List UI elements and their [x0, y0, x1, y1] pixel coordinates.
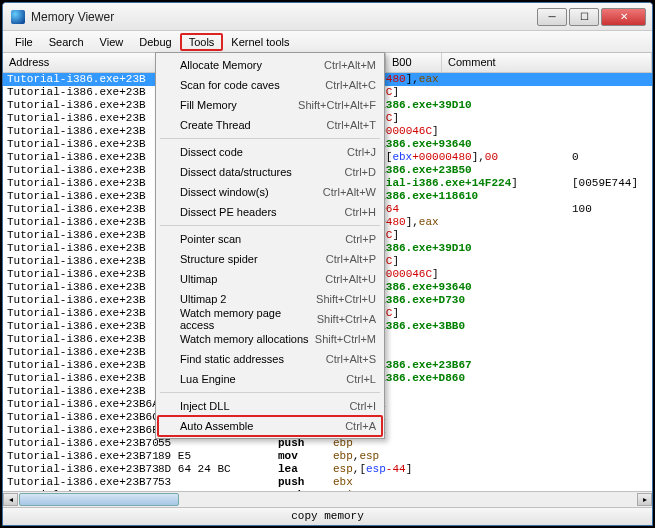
menuitem-ultimap[interactable]: UltimapCtrl+Alt+U: [158, 269, 382, 289]
menu-debug[interactable]: Debug: [131, 33, 179, 51]
comment-cell: [572, 476, 652, 489]
menu-view[interactable]: View: [92, 33, 132, 51]
comment-cell: [572, 294, 652, 307]
bytes-cell: 53: [158, 476, 278, 489]
menuitem-find-static-addresses[interactable]: Find static addressesCtrl+Alt+S: [158, 349, 382, 369]
menuitem-shortcut: Ctrl+I: [349, 400, 376, 412]
addr-cell: Tutorial-i386.exe+23B: [3, 125, 158, 138]
menuitem-label: Scan for code caves: [180, 79, 325, 91]
menuitem-shortcut: Shift+Ctrl+M: [315, 333, 376, 345]
addr-cell: Tutorial-i386.exe+23B: [3, 359, 158, 372]
comment-cell: [572, 450, 652, 463]
menuitem-ultimap-2[interactable]: Ultimap 2Shift+Ctrl+U: [158, 289, 382, 309]
operand-cell: ebx: [333, 476, 572, 489]
menuitem-shortcut: Ctrl+Alt+S: [326, 353, 376, 365]
comment-cell: 100: [572, 203, 652, 216]
menuitem-dissect-data-structures[interactable]: Dissect data/structuresCtrl+D: [158, 162, 382, 182]
opcode-cell: push: [278, 476, 333, 489]
menuitem-shortcut: Shift+Ctrl+U: [316, 293, 376, 305]
menuitem-label: Watch memory page access: [180, 307, 317, 331]
menuitem-shortcut: Ctrl+Alt+P: [326, 253, 376, 265]
menuitem-shortcut: Shift+Ctrl+A: [317, 313, 376, 325]
addr-cell: Tutorial-i386.exe+23B: [3, 385, 158, 398]
menuitem-shortcut: Ctrl+Alt+T: [326, 119, 376, 131]
menuitem-label: Structure spider: [180, 253, 326, 265]
disasm-row[interactable]: Tutorial-i386.exe+23B7189 E5mov ebp,esp: [3, 450, 652, 463]
comment-cell: [572, 112, 652, 125]
header-address[interactable]: Address: [3, 53, 158, 72]
addr-cell: Tutorial-i386.exe+23B: [3, 294, 158, 307]
menuitem-shortcut: Ctrl+A: [345, 420, 376, 432]
scroll-thumb[interactable]: [19, 493, 179, 506]
scroll-left-icon[interactable]: ◂: [3, 493, 18, 506]
menuitem-inject-dll[interactable]: Inject DLLCtrl+I: [158, 396, 382, 416]
menuitem-shortcut: Ctrl+Alt+W: [323, 186, 376, 198]
comment-cell: 0: [572, 151, 652, 164]
app-icon: [11, 10, 25, 24]
menuitem-watch-memory-page-access[interactable]: Watch memory page accessShift+Ctrl+A: [158, 309, 382, 329]
comment-cell: [572, 398, 652, 411]
menubar[interactable]: FileSearchViewDebugToolsKernel tools: [3, 31, 652, 53]
menuitem-label: Watch memory allocations: [180, 333, 315, 345]
header-opcode[interactable]: B00: [386, 53, 442, 72]
comment-cell: [572, 164, 652, 177]
menuitem-structure-spider[interactable]: Structure spiderCtrl+Alt+P: [158, 249, 382, 269]
tools-menu-dropdown[interactable]: Allocate MemoryCtrl+Alt+MScan for code c…: [155, 52, 385, 439]
menuitem-shortcut: Ctrl+Alt+U: [325, 273, 376, 285]
horizontal-scrollbar[interactable]: ◂ ▸: [3, 491, 652, 507]
maximize-button[interactable]: ☐: [569, 8, 599, 26]
addr-cell: Tutorial-i386.exe+23B: [3, 229, 158, 242]
opcode-cell: lea: [278, 463, 333, 476]
disasm-row[interactable]: Tutorial-i386.exe+23B7753push ebx: [3, 476, 652, 489]
addr-cell: Tutorial-i386.exe+23B: [3, 177, 158, 190]
close-button[interactable]: ✕: [601, 8, 646, 26]
menuitem-scan-for-code-caves[interactable]: Scan for code cavesCtrl+Alt+C: [158, 75, 382, 95]
menuitem-shortcut: Ctrl+D: [345, 166, 376, 178]
menu-kernel-tools[interactable]: Kernel tools: [223, 33, 297, 51]
opcode-cell: mov: [278, 450, 333, 463]
header-comment[interactable]: Comment: [442, 53, 652, 72]
menuitem-watch-memory-allocations[interactable]: Watch memory allocationsShift+Ctrl+M: [158, 329, 382, 349]
menu-search[interactable]: Search: [41, 33, 92, 51]
menuitem-auto-assemble[interactable]: Auto AssembleCtrl+A: [158, 416, 382, 436]
menuitem-dissect-pe-headers[interactable]: Dissect PE headersCtrl+H: [158, 202, 382, 222]
menu-tools[interactable]: Tools: [180, 33, 224, 51]
menuitem-shortcut: Ctrl+Alt+M: [324, 59, 376, 71]
comment-cell: [0059E744]: [572, 177, 652, 190]
menuitem-pointer-scan[interactable]: Pointer scanCtrl+P: [158, 229, 382, 249]
menuitem-dissect-code[interactable]: Dissect codeCtrl+J: [158, 142, 382, 162]
comment-cell: [572, 86, 652, 99]
addr-cell: Tutorial-i386.exe+23B: [3, 190, 158, 203]
comment-cell: [572, 411, 652, 424]
menuitem-label: Find static addresses: [180, 353, 326, 365]
menuitem-shortcut: Ctrl+L: [346, 373, 376, 385]
menuitem-lua-engine[interactable]: Lua EngineCtrl+L: [158, 369, 382, 389]
menuitem-label: Ultimap 2: [180, 293, 316, 305]
addr-cell: Tutorial-i386.exe+23B: [3, 203, 158, 216]
addr-cell: Tutorial-i386.exe+23B6E: [3, 424, 158, 437]
comment-cell: [572, 138, 652, 151]
menuitem-label: Create Thread: [180, 119, 326, 131]
status-bar: copy memory: [3, 507, 652, 525]
comment-cell: [572, 216, 652, 229]
addr-cell: Tutorial-i386.exe+23B: [3, 255, 158, 268]
disasm-row[interactable]: Tutorial-i386.exe+23B738D 64 24 BClea es…: [3, 463, 652, 476]
addr-cell: Tutorial-i386.exe+23B: [3, 164, 158, 177]
menuitem-create-thread[interactable]: Create ThreadCtrl+Alt+T: [158, 115, 382, 135]
menuitem-allocate-memory[interactable]: Allocate MemoryCtrl+Alt+M: [158, 55, 382, 75]
menu-file[interactable]: File: [7, 33, 41, 51]
comment-cell: [572, 255, 652, 268]
addr-cell: Tutorial-i386.exe+23B: [3, 151, 158, 164]
comment-cell: [572, 424, 652, 437]
scroll-right-icon[interactable]: ▸: [637, 493, 652, 506]
menuitem-label: Lua Engine: [180, 373, 346, 385]
addr-cell: Tutorial-i386.exe+23B: [3, 99, 158, 112]
menuitem-label: Dissect code: [180, 146, 347, 158]
minimize-button[interactable]: ─: [537, 8, 567, 26]
comment-cell: [572, 346, 652, 359]
menuitem-dissect-window-s-[interactable]: Dissect window(s)Ctrl+Alt+W: [158, 182, 382, 202]
menuitem-fill-memory[interactable]: Fill MemoryShift+Ctrl+Alt+F: [158, 95, 382, 115]
menuitem-shortcut: Shift+Ctrl+Alt+F: [298, 99, 376, 111]
comment-cell: [572, 242, 652, 255]
comment-cell: [572, 320, 652, 333]
